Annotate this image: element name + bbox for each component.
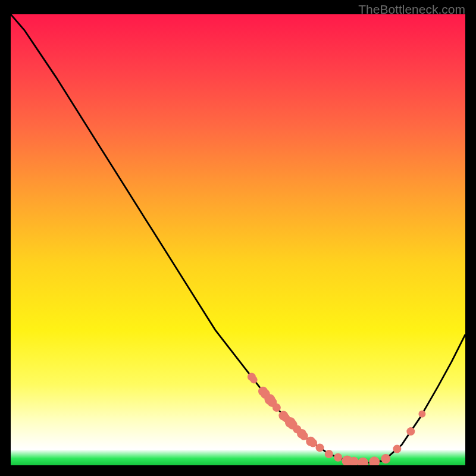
data-dot	[406, 427, 415, 436]
data-dot	[393, 445, 401, 453]
data-dot	[369, 456, 380, 465]
data-dot	[273, 403, 281, 412]
data-dot	[334, 453, 342, 462]
data-dot	[309, 439, 317, 447]
chart-plot-area	[11, 14, 465, 465]
data-dot	[325, 450, 333, 458]
chart-overlay	[11, 14, 465, 465]
data-dot	[418, 411, 425, 418]
data-dots	[248, 372, 426, 465]
data-dot	[358, 458, 368, 465]
attribution-text: TheBottleneck.com	[358, 2, 465, 17]
data-dot	[381, 454, 390, 464]
data-dot	[250, 376, 258, 383]
bottleneck-curve	[11, 14, 465, 463]
data-dot	[316, 443, 324, 452]
